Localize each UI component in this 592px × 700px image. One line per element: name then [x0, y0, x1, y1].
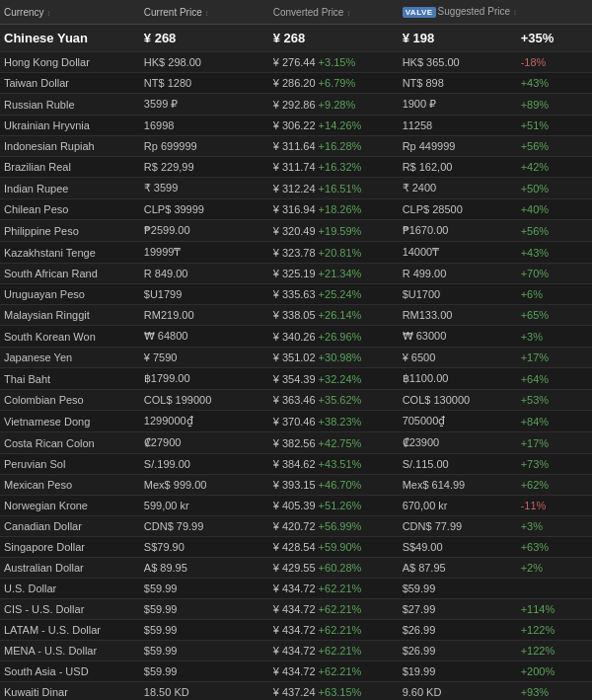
- row-currency: Ukrainian Hryvnia: [0, 116, 140, 136]
- row-diff: +43%: [517, 242, 592, 264]
- table-row: Mexican Peso Mex$ 999.00 ¥ 393.15 +46.70…: [0, 475, 592, 496]
- row-diff: +17%: [517, 348, 592, 368]
- row-currency: Kazakhstani Tenge: [0, 242, 140, 264]
- chinese-yuan-diff: +35%: [517, 25, 592, 52]
- row-converted: ¥ 429.55 +60.28%: [269, 558, 399, 579]
- row-converted: ¥ 393.15 +46.70%: [269, 475, 399, 496]
- row-currency: Norwegian Krone: [0, 496, 140, 516]
- row-suggested: S/.115.00: [399, 454, 517, 475]
- table-row: Costa Rican Colon ₡27900 ¥ 382.56 +42.75…: [0, 432, 592, 454]
- row-current: ₱2599.00: [140, 220, 269, 242]
- row-current: 1299000₫: [140, 411, 269, 432]
- row-converted: ¥ 434.72 +62.21%: [269, 599, 399, 620]
- row-diff: +6%: [517, 284, 592, 305]
- row-suggested: $26.99: [399, 641, 517, 661]
- row-diff: +89%: [517, 94, 592, 116]
- chinese-yuan-current: ¥ 268: [140, 25, 269, 52]
- row-diff: +84%: [517, 411, 592, 432]
- row-current: CDN$ 79.99: [140, 516, 269, 537]
- row-converted: ¥ 384.62 +43.51%: [269, 454, 399, 475]
- table-row: Ukrainian Hryvnia 16998 ¥ 306.22 +14.26%…: [0, 116, 592, 136]
- row-suggested: 14000₸: [399, 242, 517, 264]
- table-row: Canadian Dollar CDN$ 79.99 ¥ 420.72 +56.…: [0, 516, 592, 537]
- table-row: Uruguayan Peso $U1799 ¥ 335.63 +25.24% $…: [0, 284, 592, 305]
- row-diff: +73%: [517, 454, 592, 475]
- chinese-yuan-row: Chinese Yuan ¥ 268 ¥ 268 ¥ 198 +35%: [0, 25, 592, 52]
- row-converted: ¥ 437.24 +63.15%: [269, 682, 399, 701]
- table-row: Australian Dollar A$ 89.95 ¥ 429.55 +60.…: [0, 558, 592, 579]
- row-current: ₩ 64800: [140, 326, 269, 348]
- table-row: Vietnamese Dong 1299000₫ ¥ 370.46 +38.23…: [0, 411, 592, 432]
- row-currency: Hong Kong Dollar: [0, 52, 140, 73]
- row-diff: +3%: [517, 516, 592, 537]
- row-currency: MENA - U.S. Dollar: [0, 641, 140, 661]
- row-currency: Colombian Peso: [0, 390, 140, 411]
- row-suggested: Mex$ 614.99: [399, 475, 517, 496]
- row-suggested: NT$ 898: [399, 73, 517, 94]
- row-currency: Chilean Peso: [0, 199, 140, 220]
- row-converted: ¥ 434.72 +62.21%: [269, 579, 399, 599]
- row-converted: ¥ 434.72 +62.21%: [269, 661, 399, 682]
- table-row: Hong Kong Dollar HK$ 298.00 ¥ 276.44 +3.…: [0, 52, 592, 73]
- row-converted: ¥ 354.39 +32.24%: [269, 368, 399, 390]
- table-row: Norwegian Krone 599,00 kr ¥ 405.39 +51.2…: [0, 496, 592, 516]
- row-current: 3599 ₽: [140, 94, 269, 116]
- row-diff: [517, 579, 592, 599]
- row-diff: -11%: [517, 496, 592, 516]
- row-diff: +3%: [517, 326, 592, 348]
- row-currency: South Asia - USD: [0, 661, 140, 682]
- row-converted: ¥ 292.86 +9.28%: [269, 94, 399, 116]
- table-row: Japanese Yen ¥ 7590 ¥ 351.02 +30.98% ¥ 6…: [0, 348, 592, 368]
- row-current: COL$ 199000: [140, 390, 269, 411]
- header-converted-price[interactable]: Converted Price ↕: [269, 0, 399, 25]
- row-currency: Russian Ruble: [0, 94, 140, 116]
- row-currency: Canadian Dollar: [0, 516, 140, 537]
- row-converted: ¥ 311.74 +16.32%: [269, 157, 399, 178]
- row-suggested: A$ 87.95: [399, 558, 517, 579]
- table-row: MENA - U.S. Dollar $59.99 ¥ 434.72 +62.2…: [0, 641, 592, 661]
- row-suggested: $27.99: [399, 599, 517, 620]
- row-suggested: $U1700: [399, 284, 517, 305]
- row-suggested: ₩ 63000: [399, 326, 517, 348]
- row-current: Rp 699999: [140, 136, 269, 157]
- currency-table: Currency ↕ Current Price ↕ Converted Pri…: [0, 0, 592, 700]
- chinese-yuan-suggested: ¥ 198: [399, 25, 517, 52]
- row-currency: Uruguayan Peso: [0, 284, 140, 305]
- row-current: $59.99: [140, 620, 269, 641]
- row-suggested: $59.99: [399, 579, 517, 599]
- row-diff: +56%: [517, 220, 592, 242]
- chinese-yuan-currency: Chinese Yuan: [0, 25, 140, 52]
- row-current: A$ 89.95: [140, 558, 269, 579]
- row-currency: Mexican Peso: [0, 475, 140, 496]
- header-suggested-price[interactable]: VALVESuggested Price ↕: [399, 0, 592, 25]
- row-suggested: 705000₫: [399, 411, 517, 432]
- row-diff: +114%: [517, 599, 592, 620]
- row-suggested: Rp 449999: [399, 136, 517, 157]
- row-current: R$ 229,99: [140, 157, 269, 178]
- row-converted: ¥ 312.24 +16.51%: [269, 178, 399, 199]
- table-row: Chilean Peso CLP$ 39999 ¥ 316.94 +18.26%…: [0, 199, 592, 220]
- row-suggested: ₡23900: [399, 432, 517, 454]
- row-current: ₹ 3599: [140, 178, 269, 199]
- row-diff: -18%: [517, 52, 592, 73]
- row-currency: Japanese Yen: [0, 348, 140, 368]
- row-diff: +2%: [517, 558, 592, 579]
- row-converted: ¥ 338.05 +26.14%: [269, 305, 399, 326]
- row-current: $U1799: [140, 284, 269, 305]
- row-diff: +56%: [517, 136, 592, 157]
- header-current-price[interactable]: Current Price ↕: [140, 0, 269, 25]
- row-currency: Costa Rican Colon: [0, 432, 140, 454]
- row-current: ¥ 7590: [140, 348, 269, 368]
- row-diff: +93%: [517, 682, 592, 701]
- table-row: South Asia - USD $59.99 ¥ 434.72 +62.21%…: [0, 661, 592, 682]
- row-converted: ¥ 323.78 +20.81%: [269, 242, 399, 264]
- header-currency[interactable]: Currency ↕: [0, 0, 140, 25]
- row-converted: ¥ 316.94 +18.26%: [269, 199, 399, 220]
- table-row: Brazilian Real R$ 229,99 ¥ 311.74 +16.32…: [0, 157, 592, 178]
- row-currency: Indonesian Rupiah: [0, 136, 140, 157]
- row-currency: Singapore Dollar: [0, 537, 140, 558]
- table-row: U.S. Dollar $59.99 ¥ 434.72 +62.21% $59.…: [0, 579, 592, 599]
- row-diff: +51%: [517, 116, 592, 136]
- row-suggested: ฿1100.00: [399, 368, 517, 390]
- row-current: $59.99: [140, 661, 269, 682]
